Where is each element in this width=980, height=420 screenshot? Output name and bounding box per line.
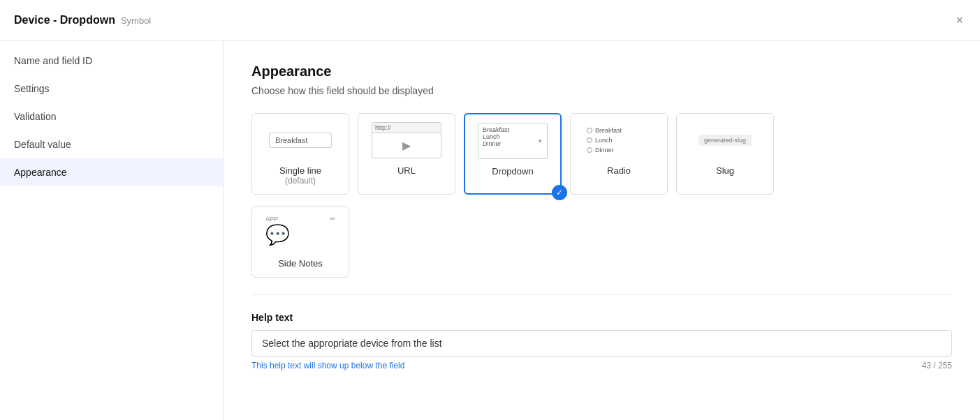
header-left: Device - Dropdown Symbol <box>14 14 151 27</box>
single-line-mock: Breakfast <box>269 133 332 148</box>
help-text-section: Help text This help text will show up be… <box>251 312 952 370</box>
radio-dot-3 <box>587 147 592 153</box>
side-notes-app-label: APP <box>265 216 278 223</box>
dropdown-item-1: Breakfast <box>483 126 543 133</box>
help-text-label: Help text <box>251 312 952 323</box>
main-content: Appearance Choose how this field should … <box>224 41 980 420</box>
radio-card-label: Radio <box>607 165 631 176</box>
section-divider <box>251 294 952 295</box>
card-sublabel: (default) <box>279 176 321 186</box>
selected-checkmark: ✓ <box>552 185 567 200</box>
sidebar-item-validation[interactable]: Validation <box>0 103 223 130</box>
preview-single-line: Breakfast <box>265 122 335 158</box>
preview-dropdown: Breakfast Lunch Dinner ▼ <box>478 123 548 159</box>
appearance-card-single-line[interactable]: Breakfast Single line (default) <box>251 113 349 195</box>
radio-item-2: Lunch <box>587 137 651 144</box>
dropdown-item-2: Lunch <box>483 133 543 140</box>
side-notes-label: Side Notes <box>278 258 323 269</box>
appearance-card-slug[interactable]: generated-slug Slug <box>676 113 774 195</box>
help-text-count: 43 / 255 <box>922 361 952 370</box>
appearance-card-radio[interactable]: Breakfast Lunch Dinner Radio <box>570 113 668 195</box>
help-text-input[interactable] <box>251 330 952 357</box>
sidebar-item-appearance[interactable]: Appearance <box>0 158 223 186</box>
appearance-card-side-notes[interactable]: APP ✏ 💬 Side Notes <box>251 206 349 278</box>
help-text-hint: This help text will show up below the fi… <box>251 361 404 370</box>
slug-card-label: Slug <box>716 165 734 176</box>
help-text-footer: This help text will show up below the fi… <box>251 361 952 370</box>
appearance-card-url[interactable]: http:// ▶ URL <box>358 113 455 195</box>
slug-mock: generated-slug <box>699 135 752 146</box>
modal-subtitle: Symbol <box>121 15 151 26</box>
dropdown-item-3: Dinner <box>483 140 543 147</box>
appearance-options-row1: Breakfast Single line (default) http:// … <box>251 113 952 195</box>
modal-body: Name and field ID Settings Validation De… <box>0 41 980 420</box>
radio-dot-1 <box>587 128 592 133</box>
side-notes-bubble-icon: 💬 <box>265 225 290 245</box>
appearance-options-row2: APP ✏ 💬 Side Notes <box>251 206 952 278</box>
dropdown-card-label: Dropdown <box>492 166 533 177</box>
close-button[interactable]: × <box>953 11 966 29</box>
preview-radio: Breakfast Lunch Dinner <box>584 122 654 158</box>
section-title: Appearance <box>251 63 952 80</box>
url-play-icon: ▶ <box>372 133 441 158</box>
url-bar: http:// <box>372 123 441 133</box>
card-label: Single line <box>279 165 321 176</box>
modal-title: Device - Dropdown <box>14 14 115 27</box>
sidebar-item-name-and-field-id[interactable]: Name and field ID <box>0 47 223 75</box>
preview-url: http:// ▶ <box>372 122 441 158</box>
radio-item-1: Breakfast <box>587 127 651 134</box>
section-subtitle: Choose how this field should be displaye… <box>251 85 952 96</box>
sidebar-item-settings[interactable]: Settings <box>0 75 223 103</box>
single-line-label: Single line (default) <box>279 165 321 186</box>
appearance-card-dropdown[interactable]: Breakfast Lunch Dinner ▼ Dropdown ✓ <box>464 113 562 195</box>
modal-header: Device - Dropdown Symbol × <box>0 0 980 41</box>
preview-side-notes: APP ✏ 💬 <box>265 215 335 251</box>
side-notes-edit-icon: ✏ <box>330 215 335 223</box>
dropdown-arrow-icon: ▼ <box>537 138 543 144</box>
preview-slug: generated-slug <box>690 122 760 158</box>
url-card-label: URL <box>397 165 416 176</box>
side-notes-header: APP ✏ <box>265 215 335 223</box>
radio-item-3: Dinner <box>587 147 651 153</box>
sidebar-item-default-value[interactable]: Default value <box>0 130 223 158</box>
sidebar: Name and field ID Settings Validation De… <box>0 41 224 420</box>
radio-dot-2 <box>587 137 592 143</box>
